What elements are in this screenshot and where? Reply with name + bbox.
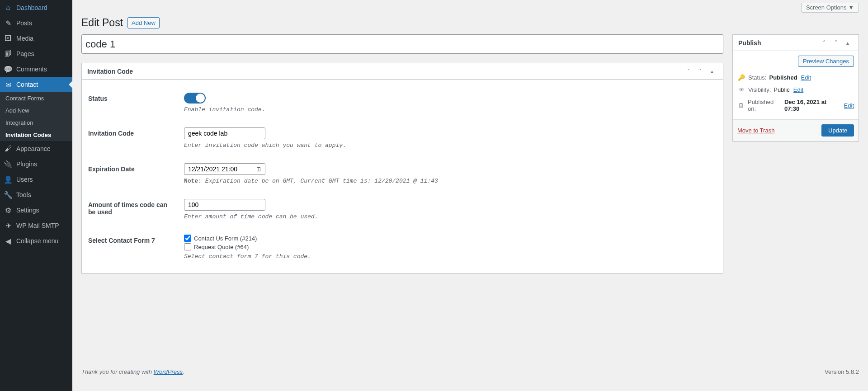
sidebar-item-label: WP Mail SMTP: [16, 222, 59, 229]
expiration-date-input[interactable]: [184, 163, 265, 175]
move-down-button[interactable]: ˅: [695, 66, 706, 77]
chevron-up-icon: ˄: [823, 40, 826, 46]
dashboard-icon: ⌂: [4, 3, 13, 12]
published-on-value: Dec 16, 2021 at 07:30: [784, 99, 840, 112]
sidebar-item-settings[interactable]: ⚙Settings: [0, 203, 72, 218]
sidebar-item-appearance[interactable]: 🖌Appearance: [0, 141, 72, 156]
metabox-title: Invitation Code: [87, 68, 133, 75]
chevron-down-icon: ˅: [835, 40, 837, 46]
sidebar-sub-invitation-codes[interactable]: Invitation Codes: [0, 129, 72, 141]
footer-thanks: Thank you for creating with WordPress.: [81, 368, 184, 375]
move-down-button[interactable]: ˅: [830, 38, 841, 48]
expiration-note: Note: Expiration date be on GMT, Current…: [184, 178, 712, 184]
sidebar-item-plugins[interactable]: 🔌Plugins: [0, 156, 72, 172]
status-label: Status: [88, 95, 108, 102]
published-on-label: Published on:: [748, 99, 782, 112]
caret-up-icon: ▴: [846, 40, 849, 46]
cf7-option-label: Request Quote (#64): [194, 244, 249, 250]
visibility-label: Visibility:: [748, 86, 771, 93]
edit-status-link[interactable]: Edit: [801, 74, 811, 81]
status-label: Status:: [748, 74, 766, 81]
move-up-button[interactable]: ˄: [683, 66, 694, 77]
sidebar-item-label: Media: [16, 35, 33, 42]
users-icon: 👤: [4, 175, 13, 184]
sidebar-item-label: Tools: [16, 191, 31, 198]
sidebar-item-media[interactable]: 🖾Media: [0, 31, 72, 46]
edit-date-link[interactable]: Edit: [844, 102, 854, 109]
chevron-down-icon: ▼: [848, 4, 854, 11]
move-up-button[interactable]: ˄: [819, 38, 830, 48]
key-icon: 🔑: [737, 74, 745, 81]
chevron-up-icon: ˄: [687, 68, 690, 75]
status-help: Enable invitation code.: [184, 106, 712, 113]
invitation-code-metabox: Invitation Code ˄ ˅ ▴ Status: [81, 63, 723, 273]
visibility-value: Public: [774, 86, 789, 93]
screen-options-label: Screen Options: [806, 4, 847, 11]
screen-options-button[interactable]: Screen Options ▼: [801, 3, 859, 13]
sidebar-submenu: Contact Forms Add New Integration Invita…: [0, 92, 72, 141]
sidebar-item-dashboard[interactable]: ⌂Dashboard: [0, 0, 72, 15]
sidebar-item-wp-mail-smtp[interactable]: ✈WP Mail SMTP: [0, 218, 72, 233]
sidebar-item-label: Pages: [16, 50, 34, 57]
toggle-panel-button[interactable]: ▴: [707, 66, 717, 77]
wordpress-link[interactable]: WordPress: [154, 368, 183, 375]
expiration-date-label: Expiration Date: [88, 165, 135, 173]
page-title: Edit Post: [81, 17, 123, 29]
amount-input[interactable]: [184, 199, 265, 211]
cf7-option-request-quote-checkbox[interactable]: [184, 243, 191, 250]
sidebar-item-label: Appearance: [16, 145, 51, 152]
sidebar-sub-add-new[interactable]: Add New: [0, 104, 72, 117]
sidebar-item-label: Users: [16, 176, 33, 183]
toggle-panel-button[interactable]: ▴: [842, 38, 853, 48]
publish-title: Publish: [738, 39, 761, 47]
sidebar-item-label: Plugins: [16, 160, 37, 168]
caret-up-icon: ▴: [711, 68, 713, 75]
contact-icon: ✉: [4, 80, 13, 89]
sidebar-item-label: Dashboard: [16, 4, 47, 11]
update-button[interactable]: Update: [821, 124, 854, 137]
invitation-code-help: Enter invitation code which you want to …: [184, 142, 712, 149]
invitation-code-input[interactable]: [184, 127, 265, 139]
appearance-icon: 🖌: [4, 144, 13, 153]
comments-icon: 💬: [4, 65, 13, 74]
sidebar-item-posts[interactable]: ✎Posts: [0, 15, 72, 31]
add-new-button[interactable]: Add New: [127, 17, 160, 28]
sidebar-item-label: Comments: [16, 66, 47, 73]
amount-label: Amount of times code can be used: [88, 201, 167, 216]
sidebar-item-collapse[interactable]: ◀Collapse menu: [0, 233, 72, 249]
eye-icon: 👁: [737, 86, 745, 93]
invitation-code-label: Invitation Code: [88, 130, 134, 137]
sidebar-item-contact[interactable]: ✉Contact: [0, 77, 72, 92]
posts-icon: ✎: [4, 19, 13, 28]
sidebar-item-comments[interactable]: 💬Comments: [0, 61, 72, 77]
sidebar-item-label: Collapse menu: [16, 237, 58, 245]
sidebar-item-label: Posts: [16, 19, 32, 27]
pages-icon: 🗐: [4, 49, 13, 58]
edit-visibility-link[interactable]: Edit: [793, 86, 803, 93]
status-value: Published: [769, 74, 797, 81]
post-title-input[interactable]: [81, 34, 723, 54]
amount-help: Enter amount of time code can be used.: [184, 213, 712, 220]
calendar-icon: 🗓: [737, 102, 745, 109]
settings-icon: ⚙: [4, 206, 13, 215]
cf7-help: Select contact form 7 for this code.: [184, 253, 712, 260]
preview-changes-button[interactable]: Preview Changes: [798, 56, 854, 67]
collapse-icon: ◀: [4, 236, 13, 245]
sidebar-item-pages[interactable]: 🗐Pages: [0, 46, 72, 61]
admin-sidebar: ⌂Dashboard ✎Posts 🖾Media 🗐Pages 💬Comment…: [0, 0, 72, 391]
sidebar-sub-integration[interactable]: Integration: [0, 117, 72, 129]
move-to-trash-link[interactable]: Move to Trash: [737, 127, 774, 134]
cf7-option-label: Contact Us Form (#214): [194, 235, 257, 242]
sidebar-item-users[interactable]: 👤Users: [0, 172, 72, 187]
sidebar-sub-contact-forms[interactable]: Contact Forms: [0, 92, 72, 104]
media-icon: 🖾: [4, 34, 13, 43]
mail-icon: ✈: [4, 221, 13, 230]
tools-icon: 🔧: [4, 190, 13, 199]
footer-version: Version 5.8.2: [825, 368, 859, 375]
chevron-down-icon: ˅: [699, 68, 702, 75]
sidebar-item-tools[interactable]: 🔧Tools: [0, 187, 72, 203]
cf7-option-contact-us-checkbox[interactable]: [184, 235, 191, 242]
status-toggle[interactable]: [184, 93, 206, 104]
sidebar-item-label: Contact: [16, 81, 38, 88]
sidebar-item-label: Settings: [16, 207, 39, 214]
